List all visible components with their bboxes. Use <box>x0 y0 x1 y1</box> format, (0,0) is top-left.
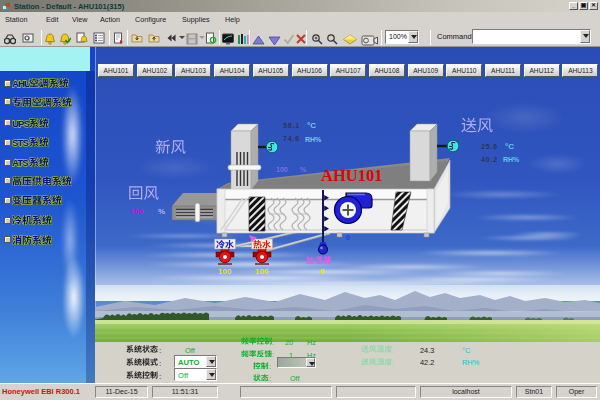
svg-text:0: 0 <box>320 267 325 276</box>
svg-text:25.6: 25.6 <box>481 143 498 150</box>
svg-text:%: % <box>158 207 165 216</box>
svg-text:STS: STS <box>12 137 29 148</box>
svg-text:ATS: ATS <box>12 157 28 168</box>
svg-text:AHU101: AHU101 <box>321 166 382 185</box>
svg-text:100: 100 <box>218 267 232 276</box>
svg-text:58.1: 58.1 <box>283 122 300 129</box>
svg-text:UPS: UPS <box>12 118 29 129</box>
svg-text:40.2: 40.2 <box>481 156 498 163</box>
svg-text:100: 100 <box>276 166 288 173</box>
svg-text:100: 100 <box>130 207 144 216</box>
svg-text:0: 0 <box>346 234 350 241</box>
svg-text:100: 100 <box>255 267 269 276</box>
svg-text:RH%: RH% <box>305 136 322 143</box>
svg-text:74.6: 74.6 <box>283 135 300 142</box>
svg-text:AHU: AHU <box>12 78 29 89</box>
svg-text:°C: °C <box>505 142 514 151</box>
svg-text:%: % <box>300 166 307 173</box>
svg-text:RH%: RH% <box>503 156 520 163</box>
svg-text:°C: °C <box>307 121 316 130</box>
